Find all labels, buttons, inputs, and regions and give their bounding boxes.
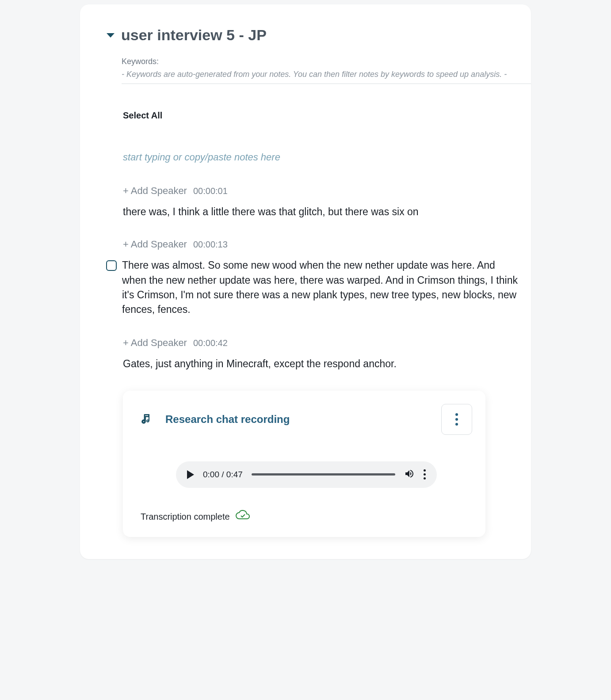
- audio-title: Research chat recording: [165, 413, 290, 426]
- audio-card: Research chat recording 0:00 / 0:47: [123, 391, 485, 537]
- add-speaker-button[interactable]: + Add Speaker: [123, 337, 187, 349]
- play-button-icon[interactable]: [187, 470, 194, 479]
- transcript-text[interactable]: Gates, just anything in Minecraft, excep…: [123, 357, 518, 371]
- title-row: user interview 5 - JP: [107, 27, 531, 44]
- time-display: 0:00 / 0:47: [203, 470, 243, 479]
- speaker-row: + Add Speaker 00:00:13: [123, 239, 518, 250]
- speaker-row: + Add Speaker 00:00:42: [123, 337, 518, 349]
- volume-icon[interactable]: [404, 468, 415, 481]
- timestamp: 00:00:42: [193, 338, 228, 348]
- speaker-row: + Add Speaker 00:00:01: [123, 185, 518, 197]
- audio-header: Research chat recording: [141, 404, 472, 435]
- audio-title-group: Research chat recording: [141, 413, 290, 426]
- content-area: Select All start typing or copy/paste no…: [123, 110, 531, 537]
- current-time: 0:00: [203, 470, 219, 479]
- duration: 0:47: [226, 470, 243, 479]
- keywords-section: Keywords: - Keywords are auto-generated …: [122, 57, 531, 84]
- add-speaker-button[interactable]: + Add Speaker: [123, 239, 187, 250]
- notes-input-placeholder[interactable]: start typing or copy/paste notes here: [123, 152, 518, 163]
- svg-point-1: [147, 420, 149, 422]
- add-speaker-button[interactable]: + Add Speaker: [123, 185, 187, 197]
- select-all-button[interactable]: Select All: [123, 110, 518, 121]
- transcript-text[interactable]: There was almost. So some new wood when …: [122, 258, 518, 317]
- transcript-text[interactable]: there was, I think a little there was th…: [123, 205, 518, 219]
- timestamp: 00:00:13: [193, 240, 228, 250]
- progress-bar[interactable]: [252, 473, 395, 476]
- status-text: Transcription complete: [141, 512, 230, 522]
- transcript-block: There was almost. So some new wood when …: [106, 258, 518, 317]
- time-separator: /: [219, 470, 226, 479]
- svg-point-0: [143, 421, 145, 422]
- more-vertical-icon: [455, 413, 458, 426]
- keywords-label: Keywords:: [122, 57, 531, 66]
- music-note-icon: [141, 413, 152, 426]
- transcription-status: Transcription complete: [141, 510, 472, 524]
- audio-more-button[interactable]: [441, 404, 472, 435]
- interview-card: user interview 5 - JP Keywords: - Keywor…: [80, 4, 531, 559]
- timestamp: 00:00:01: [193, 186, 228, 196]
- transcript-checkbox[interactable]: [106, 260, 117, 271]
- player-more-icon[interactable]: [424, 469, 426, 479]
- cloud-check-icon: [235, 510, 251, 524]
- keywords-help-text: - Keywords are auto-generated from your …: [122, 70, 531, 84]
- interview-title: user interview 5 - JP: [121, 27, 267, 44]
- audio-player: 0:00 / 0:47: [176, 461, 437, 488]
- collapse-caret-icon[interactable]: [107, 33, 115, 38]
